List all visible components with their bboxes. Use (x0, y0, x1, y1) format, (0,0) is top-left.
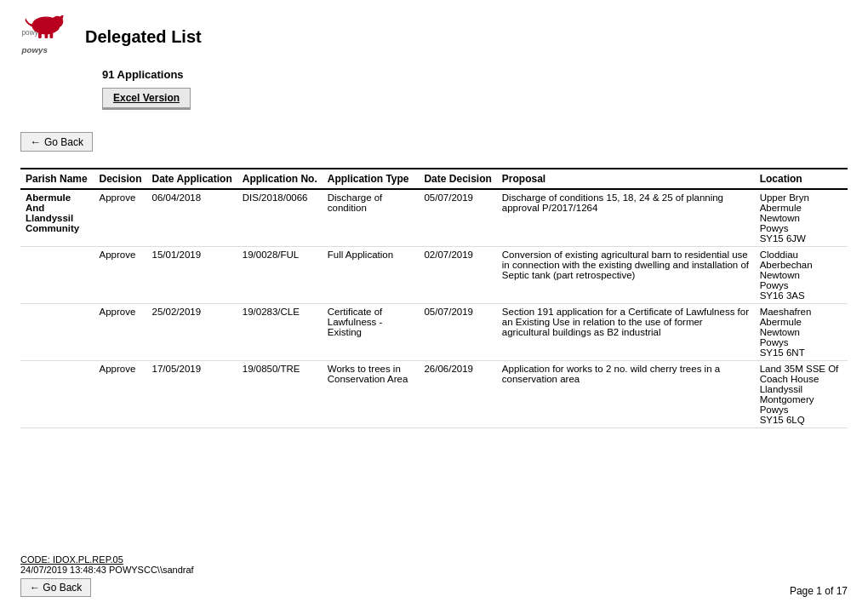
page-footer: CODE: IDOX.PL.REP.05 24/07/2019 13:48:43… (20, 554, 848, 597)
cell-application-type: Certificate of Lawfulness - Existing (323, 304, 420, 361)
cell-application-no: 19/0283/CLE (237, 304, 323, 361)
col-application-type: Application Type (323, 169, 420, 189)
cell-location: Cloddiau Aberbechan Newtown Powys SY16 3… (755, 247, 848, 304)
svg-rect-5 (45, 32, 49, 38)
cell-application-no: DIS/2018/0066 (237, 189, 323, 247)
footer-code: CODE: IDOX.PL.REP.05 (20, 554, 194, 565)
applications-count: 91 Applications (102, 68, 848, 81)
footer-datetime: 24/07/2019 13:48:43 POWYSCC\\sandraf (20, 565, 194, 575)
cell-date-application: 06/04/2018 (147, 189, 237, 247)
col-date-decision: Date Decision (419, 169, 496, 189)
cell-date-application: 17/05/2019 (147, 361, 237, 428)
go-back-bottom-label: Go Back (43, 582, 82, 594)
cell-proposal: Conversion of existing agricultural barn… (497, 247, 755, 304)
col-proposal: Proposal (497, 169, 755, 189)
cell-date-application: 25/02/2019 (147, 304, 237, 361)
back-arrow-bottom-icon: ← (30, 582, 40, 594)
table-row: Approve25/02/201919/0283/CLECertificate … (20, 304, 848, 361)
col-decision: Decision (94, 169, 147, 189)
cell-parish: Abermule And Llandyssil Community (20, 189, 94, 247)
cell-decision: Approve (94, 361, 147, 428)
cell-proposal: Discharge of conditions 15, 18, 24 & 25 … (497, 189, 755, 247)
cell-location: Maeshafren Abermule Newtown Powys SY15 6… (755, 304, 848, 361)
applications-table: Parish Name Decision Date Application Ap… (20, 168, 848, 428)
cell-parish (20, 304, 94, 361)
page-number: Page 1 of 17 (790, 585, 848, 597)
cell-location: Land 35M SSE Of Coach House Llandyssil M… (755, 361, 848, 428)
cell-location: Upper Bryn Abermule Newtown Powys SY15 6… (755, 189, 848, 247)
svg-text:powys: powys (21, 45, 49, 55)
table-row: Approve17/05/201919/0850/TREWorks to tre… (20, 361, 848, 428)
cell-parish (20, 247, 94, 304)
main-table-container: Parish Name Decision Date Application Ap… (0, 168, 868, 428)
page-header: powys powys Delegated List (0, 0, 868, 65)
cell-decision: Approve (94, 247, 147, 304)
cell-date-decision: 02/07/2019 (419, 247, 496, 304)
cell-proposal: Section 191 application for a Certificat… (497, 304, 755, 361)
cell-date-application: 15/01/2019 (147, 247, 237, 304)
footer-left: CODE: IDOX.PL.REP.05 24/07/2019 13:48:43… (20, 554, 194, 597)
table-row: Abermule And Llandyssil CommunityApprove… (20, 189, 848, 247)
cell-decision: Approve (94, 189, 147, 247)
cell-application-type: Discharge of condition (323, 189, 420, 247)
cell-date-decision: 05/07/2019 (419, 304, 496, 361)
col-location: Location (755, 169, 848, 189)
cell-date-decision: 26/06/2019 (419, 361, 496, 428)
back-arrow-icon: ← (30, 135, 41, 148)
svg-rect-6 (50, 32, 54, 38)
go-back-bottom-button[interactable]: ← Go Back (20, 578, 91, 597)
go-back-top-button[interactable]: ← Go Back (20, 132, 93, 152)
page-title: Delegated List (85, 27, 202, 47)
cell-application-type: Full Application (323, 247, 420, 304)
cell-application-no: 19/0028/FUL (237, 247, 323, 304)
go-back-top-label: Go Back (44, 136, 83, 148)
cell-parish (20, 361, 94, 428)
table-row: Approve15/01/201919/0028/FULFull Applica… (20, 247, 848, 304)
col-application-no: Application No. (237, 169, 323, 189)
cell-decision: Approve (94, 304, 147, 361)
cell-application-type: Works to trees in Conservation Area (323, 361, 420, 428)
table-header-row: Parish Name Decision Date Application Ap… (20, 169, 848, 189)
col-parish-name: Parish Name (20, 169, 94, 189)
cell-date-decision: 05/07/2019 (419, 189, 496, 247)
cell-proposal: Application for works to 2 no. wild cher… (497, 361, 755, 428)
powys-logo: powys powys (20, 15, 71, 58)
col-date-application: Date Application (147, 169, 237, 189)
cell-application-no: 19/0850/TRE (237, 361, 323, 428)
svg-rect-4 (38, 32, 42, 38)
excel-version-button[interactable]: Excel Version (102, 88, 191, 110)
